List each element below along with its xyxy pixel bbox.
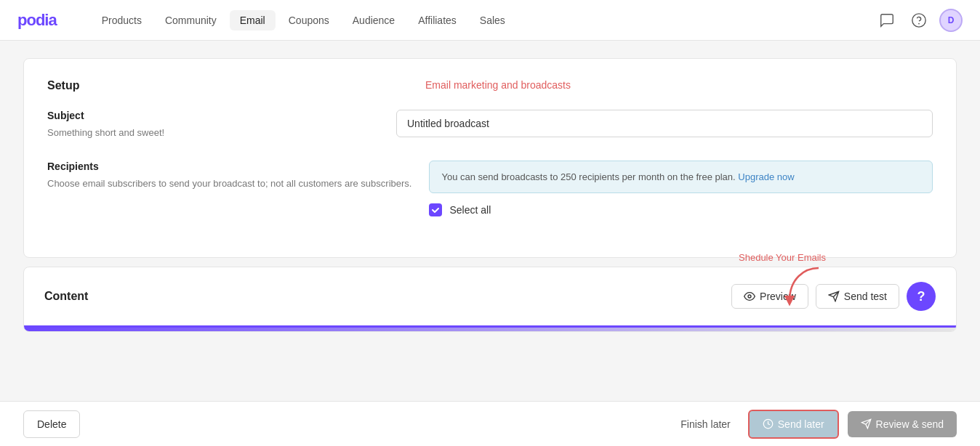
nav-link-audience[interactable]: Audience xyxy=(342,10,405,31)
send-test-button[interactable]: Send test xyxy=(816,284,899,309)
send-later-button[interactable]: Send later xyxy=(748,410,839,439)
nav-link-products[interactable]: Products xyxy=(92,10,152,31)
recipients-input-col: You can send broadcasts to 250 recipient… xyxy=(429,161,933,217)
select-all-label: Select all xyxy=(449,204,491,216)
subject-section: Subject Something short and sweet! xyxy=(47,110,933,140)
logo[interactable]: podia xyxy=(17,11,57,30)
finish-later-button[interactable]: Finish later xyxy=(672,411,739,437)
nav-actions: D xyxy=(875,9,963,32)
nav-link-email[interactable]: Email xyxy=(230,10,276,31)
recipients-label: Recipients xyxy=(47,161,411,172)
svg-point-0 xyxy=(912,13,925,26)
user-avatar[interactable]: D xyxy=(939,9,963,32)
clock-icon xyxy=(763,418,774,429)
nav-link-coupons[interactable]: Coupons xyxy=(278,10,340,31)
help-circle-icon: ? xyxy=(917,289,925,304)
subject-input[interactable] xyxy=(396,110,933,137)
chat-icon xyxy=(879,12,895,28)
recipients-section: Recipients Choose email subscribers to s… xyxy=(47,161,933,217)
schedule-annotation: Shedule Your Emails xyxy=(739,252,826,308)
chat-icon-button[interactable] xyxy=(875,9,899,32)
subject-label: Subject xyxy=(47,110,379,121)
upgrade-link[interactable]: Upgrade now xyxy=(738,171,794,182)
bottom-bar: Delete Finish later Send later Review & … xyxy=(0,401,980,446)
send-test-label: Send test xyxy=(844,291,887,302)
review-send-button[interactable]: Review & send xyxy=(848,411,957,437)
setup-header-row: Setup Email marketing and broadcasts xyxy=(47,79,933,92)
setup-card: Setup Email marketing and broadcasts Sub… xyxy=(23,58,957,258)
delete-button[interactable]: Delete xyxy=(23,410,80,438)
top-nav: podia Products Community Email Coupons A… xyxy=(0,0,980,41)
email-breadcrumb[interactable]: Email marketing and broadcasts xyxy=(425,79,571,91)
subject-label-col: Subject Something short and sweet! xyxy=(47,110,396,140)
content-card-body xyxy=(24,325,956,331)
nav-link-affiliates[interactable]: Affiliates xyxy=(408,10,467,31)
recipients-info-box: You can send broadcasts to 250 recipient… xyxy=(429,161,933,194)
help-icon-button[interactable] xyxy=(907,9,931,32)
nav-links: Products Community Email Coupons Audienc… xyxy=(92,10,875,31)
recipients-desc: Choose email subscribers to send your br… xyxy=(47,177,411,191)
bottom-right-actions: Finish later Send later Review & send xyxy=(672,410,957,439)
checkmark-icon xyxy=(431,206,440,214)
annotation-text: Shedule Your Emails xyxy=(739,252,826,263)
send-test-icon xyxy=(828,291,840,302)
review-send-icon xyxy=(861,418,872,429)
recipients-label-col: Recipients Choose email subscribers to s… xyxy=(47,161,429,191)
content-title: Content xyxy=(44,290,88,303)
subject-input-col xyxy=(396,110,933,137)
review-send-label: Review & send xyxy=(876,418,944,430)
info-text: You can send broadcasts to 250 recipient… xyxy=(441,171,735,182)
help-icon xyxy=(911,12,927,28)
main-content: Setup Email marketing and broadcasts Sub… xyxy=(0,41,980,349)
setup-title: Setup xyxy=(47,79,193,92)
annotation-arrow-icon xyxy=(782,264,826,308)
subject-desc: Something short and sweet! xyxy=(47,126,379,140)
nav-link-sales[interactable]: Sales xyxy=(470,10,515,31)
send-later-label: Send later xyxy=(778,418,824,430)
select-all-checkbox[interactable] xyxy=(429,203,442,216)
select-all-row: Select all xyxy=(429,203,933,216)
nav-link-community[interactable]: Community xyxy=(155,10,227,31)
help-circle-button[interactable]: ? xyxy=(907,282,936,311)
